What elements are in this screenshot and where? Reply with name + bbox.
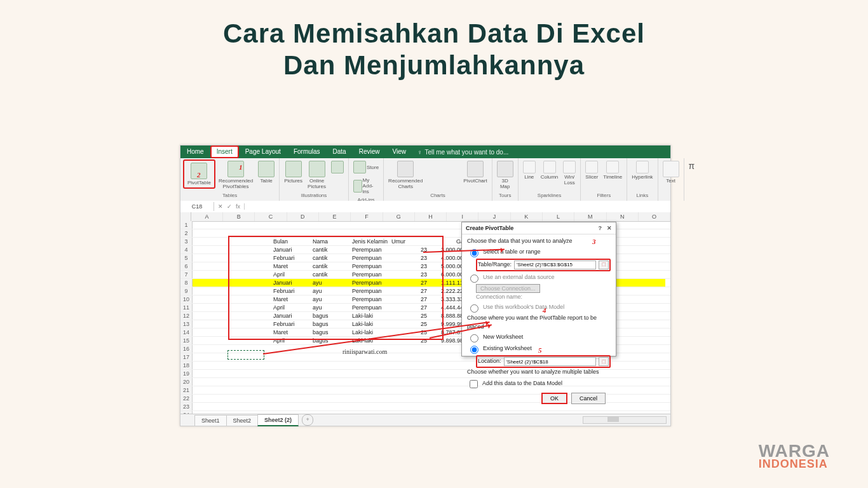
- cell[interactable]: [350, 386, 390, 394]
- column-header[interactable]: E: [319, 212, 351, 221]
- pivotchart-button[interactable]: PivotChart: [461, 159, 489, 185]
- row-header[interactable]: 22: [180, 395, 193, 402]
- cell[interactable]: [390, 221, 429, 229]
- cell[interactable]: [626, 312, 665, 320]
- cell[interactable]: [193, 370, 232, 377]
- row-header[interactable]: 10: [180, 295, 193, 303]
- cell[interactable]: ayu: [311, 304, 350, 311]
- timeline-button[interactable]: Timeline: [601, 159, 624, 181]
- row-header[interactable]: 8: [180, 279, 193, 287]
- cell[interactable]: [390, 395, 429, 402]
- cell[interactable]: [390, 386, 429, 394]
- equation-button[interactable]: π: [687, 159, 697, 172]
- cell[interactable]: [626, 279, 665, 287]
- column-header[interactable]: D: [287, 212, 319, 221]
- row-header[interactable]: 14: [180, 329, 193, 336]
- row-header[interactable]: 12: [180, 312, 193, 320]
- row-header[interactable]: 5: [180, 254, 193, 262]
- checkbox-add-data-model[interactable]: Add this data to the Data Model: [467, 378, 611, 390]
- cell[interactable]: [626, 320, 665, 328]
- close-icon[interactable]: ✕: [607, 225, 612, 231]
- cell[interactable]: Januari: [271, 246, 311, 254]
- row-header[interactable]: 1: [180, 221, 193, 229]
- cell[interactable]: [193, 312, 232, 320]
- radio-new-worksheet[interactable]: New Worksheet: [467, 332, 611, 342]
- cell[interactable]: 27: [390, 279, 429, 287]
- my-addins-button[interactable]: My Add-ins: [351, 176, 381, 196]
- tab-home[interactable]: Home: [180, 146, 210, 158]
- sheet-tab-active[interactable]: Sheet2 (2): [257, 414, 299, 426]
- cell[interactable]: Perempuan: [350, 279, 390, 287]
- cell[interactable]: [232, 304, 271, 311]
- name-box[interactable]: C18: [180, 202, 214, 211]
- cell[interactable]: [271, 370, 311, 377]
- cell[interactable]: [311, 370, 350, 377]
- radio-external-source[interactable]: Use an external data source: [467, 273, 611, 283]
- cell[interactable]: [193, 329, 232, 336]
- cell[interactable]: April: [271, 304, 311, 311]
- cell[interactable]: [626, 345, 665, 353]
- cell[interactable]: [193, 279, 232, 287]
- cell[interactable]: 27: [390, 295, 429, 303]
- cell[interactable]: 25: [390, 320, 429, 328]
- cell[interactable]: [193, 304, 232, 311]
- cell[interactable]: Februari: [271, 320, 311, 328]
- row-header[interactable]: 16: [180, 345, 193, 353]
- cell[interactable]: bagus: [311, 312, 350, 320]
- cell[interactable]: [626, 353, 665, 361]
- cell[interactable]: [626, 254, 665, 262]
- cell[interactable]: Maret: [271, 295, 311, 303]
- cell[interactable]: [232, 287, 271, 295]
- cell[interactable]: [271, 229, 311, 237]
- cell[interactable]: cantik: [311, 262, 350, 270]
- cell[interactable]: [193, 403, 232, 410]
- cell[interactable]: [626, 229, 665, 237]
- cell[interactable]: ayu: [311, 279, 350, 287]
- cell[interactable]: Laki-laki: [350, 320, 390, 328]
- tab-data[interactable]: Data: [327, 146, 353, 158]
- cell[interactable]: Laki-laki: [350, 329, 390, 336]
- row-header[interactable]: 11: [180, 304, 193, 311]
- cell[interactable]: [626, 221, 665, 229]
- cell[interactable]: [626, 378, 665, 386]
- sheet-tab[interactable]: Sheet1: [194, 415, 227, 426]
- cell[interactable]: [311, 221, 350, 229]
- row-header[interactable]: 4: [180, 246, 193, 254]
- column-header[interactable]: M: [574, 212, 606, 221]
- cell[interactable]: Nama: [311, 238, 350, 245]
- cell[interactable]: [626, 386, 665, 394]
- recommended-charts-button[interactable]: Recommended Charts: [386, 159, 424, 191]
- cell[interactable]: Perempuan: [350, 254, 390, 262]
- cell[interactable]: [350, 362, 390, 369]
- cell[interactable]: Perempuan: [350, 246, 390, 254]
- tab-page-layout[interactable]: Page Layout: [239, 146, 287, 158]
- cell[interactable]: [271, 403, 311, 410]
- cell[interactable]: 23: [390, 271, 429, 278]
- cancel-icon[interactable]: ✕: [218, 203, 223, 210]
- cell[interactable]: [232, 279, 271, 287]
- cell[interactable]: 27: [390, 287, 429, 295]
- column-header[interactable]: I: [447, 212, 478, 221]
- row-header[interactable]: 19: [180, 370, 193, 377]
- cell[interactable]: Laki-laki: [350, 312, 390, 320]
- cell[interactable]: Perempuan: [350, 271, 390, 278]
- column-header[interactable]: K: [511, 212, 543, 221]
- cell[interactable]: [232, 370, 271, 377]
- cell[interactable]: [626, 271, 665, 278]
- cell[interactable]: [193, 229, 232, 237]
- row-header[interactable]: 21: [180, 386, 193, 394]
- cell[interactable]: [232, 395, 271, 402]
- cell[interactable]: [390, 353, 429, 361]
- cell[interactable]: Februari: [271, 287, 311, 295]
- cell[interactable]: [271, 386, 311, 394]
- cell[interactable]: [626, 370, 665, 377]
- cell[interactable]: [311, 403, 350, 410]
- cell[interactable]: [626, 362, 665, 369]
- cell[interactable]: [350, 395, 390, 402]
- cell[interactable]: [232, 329, 271, 336]
- ok-button[interactable]: OK: [541, 393, 567, 404]
- row-header[interactable]: 2: [180, 229, 193, 237]
- cell[interactable]: [626, 262, 665, 270]
- cell[interactable]: Perempuan: [350, 295, 390, 303]
- row-header[interactable]: 6: [180, 262, 193, 270]
